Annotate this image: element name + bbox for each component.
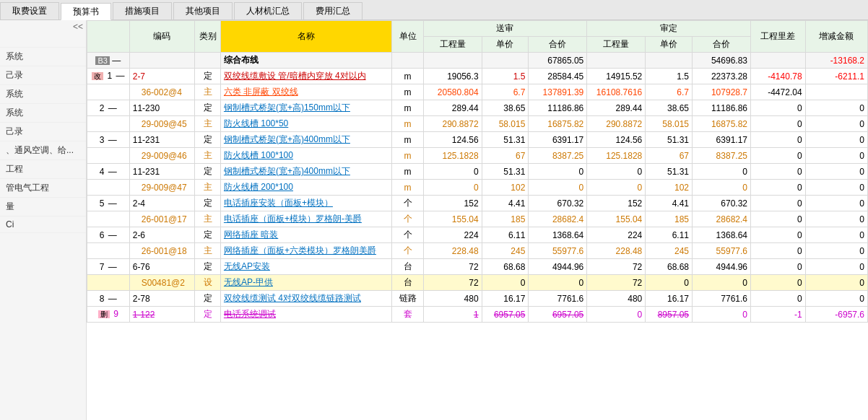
row-name[interactable]: 电话插座（面板+模块）罗格朗-美爵 (220, 211, 392, 227)
sidebar-item-jilu2[interactable]: 己录 (0, 123, 86, 141)
row-cat: 定 (195, 227, 221, 243)
tab-cuoshixiangmu[interactable]: 措施项目 (113, 2, 172, 19)
row-appr-total: 4944.96 (693, 259, 751, 275)
row-appr-qty: 72 (587, 259, 646, 275)
col-header-code: 编码 (129, 21, 195, 53)
row-seq: 4 — (87, 164, 130, 180)
row-seq: 改 1 — (87, 69, 130, 84)
sidebar-item-ci[interactable]: Ci (0, 216, 86, 233)
col-header-approved: 审定 (587, 21, 751, 37)
row-name[interactable]: 防火线槽 100*100 (220, 148, 392, 164)
tab-qitaxiangmu[interactable]: 其他项目 (173, 2, 233, 19)
col-header-category: 类别 (195, 21, 221, 53)
col-header-send-review: 送审 (423, 21, 587, 37)
sidebar-item-0[interactable] (0, 33, 86, 48)
row-unit: m (392, 100, 423, 116)
row-appr-price: 4.41 (646, 196, 693, 211)
row-seq: 6 — (87, 227, 130, 243)
row-seq (87, 84, 130, 100)
row-send-price: 6.11 (482, 227, 529, 243)
row-code: 11-231 (129, 164, 195, 180)
row-send-price: 185 (482, 211, 529, 227)
row-b3-code (129, 53, 195, 69)
row-name[interactable]: 电话系统调试 (220, 307, 392, 323)
row-cat: 定 (195, 196, 221, 211)
row-diff-amount: 0 (805, 164, 867, 180)
row-name[interactable]: 双绞线缆测试 4对双绞线缆链路测试 (220, 291, 392, 307)
row-seq (87, 211, 130, 227)
row-appr-price: 58.015 (646, 116, 693, 132)
row-diff-amount: 0 (805, 132, 867, 148)
table-row: 26-001@17 主 电话插座（面板+模块）罗格朗-美爵 个 155.04 1… (87, 211, 868, 227)
row-name[interactable]: 网络插座（面板+六类模块）罗格朗美爵 (220, 243, 392, 259)
row-name[interactable]: 钢制槽式桥架(宽+高)150mm以下 (220, 100, 392, 116)
row-name[interactable]: 双绞线缆敷设 管/暗槽内穿放 4对以内 (220, 69, 392, 84)
row-appr-price: 1.5 (646, 69, 693, 84)
tab-rencaijhuizong[interactable]: 人材机汇总 (234, 2, 302, 19)
tab-feiyonghuizong[interactable]: 费用汇总 (303, 2, 363, 19)
col-header-send-price: 单价 (482, 37, 529, 53)
table-row: 7 — 6-76 定 无线AP安装 台 72 68.68 4944.96 72 … (87, 259, 868, 275)
b3-badge: B3 (95, 56, 109, 65)
row-code: 2-78 (129, 291, 195, 307)
sidebar-item-guandianqi[interactable]: 管电气工程 (0, 179, 86, 198)
row-send-total: 137891.39 (529, 84, 587, 100)
row-name[interactable]: 电话插座安装（面板+模块） (220, 196, 392, 211)
row-appr-total: 55977.6 (693, 243, 751, 259)
col-header-appr-qty: 工程量 (587, 37, 646, 53)
row-send-total: 670.32 (529, 196, 587, 211)
minus-icon: — (108, 167, 117, 177)
row-appr-price: 102 (646, 180, 693, 196)
row-appr-total: 22373.28 (693, 69, 751, 84)
row-appr-qty: 72 (587, 275, 646, 291)
tab-yisuanshu[interactable]: 预算书 (61, 3, 111, 20)
row-unit: 个 (392, 243, 423, 259)
row-appr-total: 0 (693, 307, 751, 323)
row-cat: 定 (195, 164, 221, 180)
table-row: 3 — 11-231 定 钢制槽式桥架(宽+高)400mm以下 m 124.56… (87, 132, 868, 148)
row-code: 29-009@47 (129, 180, 195, 196)
row-name[interactable]: 钢制槽式桥架(宽+高)400mm以下 (220, 132, 392, 148)
row-name[interactable]: 防火线槽 200*100 (220, 180, 392, 196)
sidebar-collapse-button[interactable]: << (0, 20, 86, 33)
row-cat: 定 (195, 132, 221, 148)
row-send-price: 6.7 (482, 84, 529, 100)
row-name[interactable]: 防火线槽 100*50 (220, 116, 392, 132)
row-seq (87, 148, 130, 164)
row-b3-diff-qty (751, 53, 806, 69)
row-appr-qty: 0 (587, 180, 646, 196)
row-name[interactable]: 六类 非屏蔽 双绞线 (220, 84, 392, 100)
row-num: 8 (100, 294, 105, 304)
row-send-price: 68.68 (482, 259, 529, 275)
row-send-price: 0 (482, 275, 529, 291)
table-row: 删 9 1-122 定 电话系统调试 套 1 6957.05 6957.05 0… (87, 307, 868, 323)
row-diff-amount: -6957.6 (805, 307, 867, 323)
sidebar-item-xitong2[interactable]: 系统 (0, 85, 86, 104)
row-appr-price: 245 (646, 243, 693, 259)
sidebar-item-liang[interactable]: 量 (0, 198, 86, 216)
row-cat: 定 (195, 69, 221, 84)
row-name[interactable]: 钢制槽式桥架(宽+高)400mm以下 (220, 164, 392, 180)
row-cat: 设 (195, 275, 221, 291)
row-unit: 个 (392, 227, 423, 243)
row-code: 2-6 (129, 227, 195, 243)
row-code: 26-001@17 (129, 211, 195, 227)
sidebar-item-xitong3[interactable]: 系统 (0, 104, 86, 123)
row-b3-unit (392, 53, 423, 69)
table-row: 改 1 — 2-7 定 双绞线缆敷设 管/暗槽内穿放 4对以内 m 19056.… (87, 69, 868, 84)
row-send-total: 1368.64 (529, 227, 587, 243)
row-appr-qty: 124.56 (587, 132, 646, 148)
top-tab-bar: 取费设置 预算书 措施项目 其他项目 人材机汇总 费用汇总 (0, 0, 868, 20)
row-name[interactable]: 无线AP安装 (220, 259, 392, 275)
table-row: 5 — 2-4 定 电话插座安装（面板+模块） 个 152 4.41 670.3… (87, 196, 868, 211)
sidebar-item-gongcheng[interactable]: 工程 (0, 160, 86, 179)
sidebar-item-tongtfeng[interactable]: 、通风空调、给... (0, 141, 86, 160)
row-seq (87, 275, 130, 291)
row-appr-qty: 125.1828 (587, 148, 646, 164)
sidebar-item-xitong1[interactable]: 系统 (0, 48, 86, 66)
row-appr-qty: 0 (587, 164, 646, 180)
tab-qufeishezhi[interactable]: 取费设置 (0, 2, 59, 19)
row-name[interactable]: 无线AP-甲供 (220, 275, 392, 291)
row-name[interactable]: 网络插座 暗装 (220, 227, 392, 243)
sidebar-item-jilu1[interactable]: 己录 (0, 66, 86, 85)
